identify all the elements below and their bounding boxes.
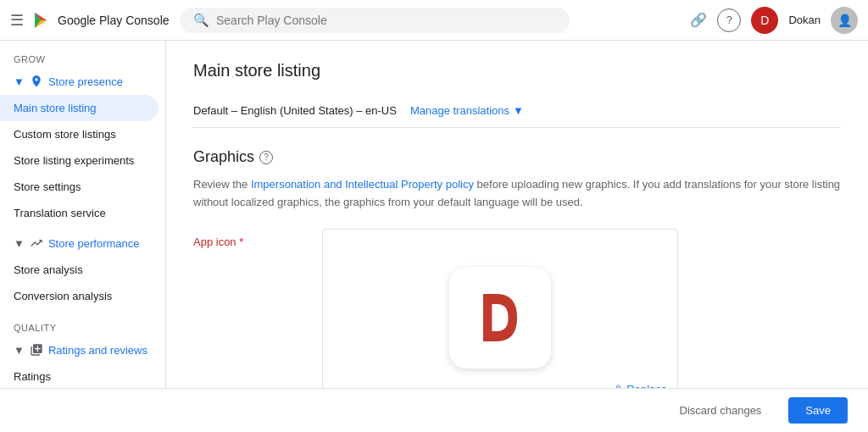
layout: Grow ▼ Store presence Main store listing… bbox=[0, 41, 868, 388]
sidebar: Grow ▼ Store presence Main store listing… bbox=[0, 41, 166, 388]
sidebar-item-translation-service[interactable]: Translation service bbox=[0, 200, 165, 226]
search-icon: 🔍 bbox=[193, 13, 209, 28]
search-input[interactable] bbox=[216, 14, 556, 27]
conversion-analysis-label: Conversion analysis bbox=[14, 290, 112, 302]
manage-translations-label: Manage translations bbox=[410, 104, 509, 117]
policy-text-before: Review the bbox=[193, 178, 251, 191]
app-icon-label: App icon * bbox=[193, 229, 295, 248]
app-icon-section: App icon * bbox=[193, 229, 841, 388]
avatar[interactable]: 👤 bbox=[831, 7, 858, 34]
ratings-icon bbox=[30, 343, 43, 357]
user-name: Dokan bbox=[788, 14, 821, 26]
locale-label: Default – English (United States) – en-U… bbox=[193, 104, 397, 117]
sidebar-item-store-listing-experiments[interactable]: Store listing experiments bbox=[0, 147, 165, 174]
store-performance-label: Store performance bbox=[48, 237, 140, 250]
policy-text: Review the Impersonation and Intellectua… bbox=[193, 176, 841, 212]
replace-button[interactable]: ⇧ Replace bbox=[614, 383, 667, 388]
icon-upload-area[interactable]: ⇧ Replace bbox=[322, 229, 678, 388]
grow-section-title: Grow bbox=[0, 47, 165, 68]
sidebar-item-custom-store-listings[interactable]: Custom store listings bbox=[0, 121, 165, 147]
dokan-d-svg bbox=[466, 284, 534, 352]
help-icon[interactable]: ? bbox=[717, 8, 741, 32]
dropdown-icon: ▼ bbox=[513, 104, 524, 117]
sidebar-item-store-analysis[interactable]: Store analysis bbox=[0, 257, 165, 283]
chevron-icon-ratings: ▼ bbox=[14, 344, 25, 357]
policy-link[interactable]: Impersonation and Intellectual Property … bbox=[251, 178, 474, 191]
page-title: Main store listing bbox=[193, 61, 841, 80]
app-title: Google Play Console bbox=[58, 14, 170, 27]
required-marker: * bbox=[239, 235, 243, 248]
menu-icon[interactable]: ☰ bbox=[10, 11, 24, 30]
store-settings-label: Store settings bbox=[14, 180, 81, 193]
quality-section-title: Quality bbox=[0, 316, 165, 336]
replace-label: Replace bbox=[626, 383, 667, 388]
sidebar-item-store-settings[interactable]: Store settings bbox=[0, 174, 165, 200]
store-analysis-label: Store analysis bbox=[14, 263, 83, 276]
save-button[interactable]: Save bbox=[788, 397, 848, 424]
topbar-right: 🔗 ? D Dokan 👤 bbox=[690, 7, 858, 34]
sidebar-item-store-presence[interactable]: ▼ Store presence bbox=[0, 68, 165, 95]
chevron-icon: ▼ bbox=[14, 75, 25, 88]
store-presence-icon bbox=[30, 75, 43, 88]
topbar: ☰ Google Play Console 🔍 🔗 ? D Dokan 👤 bbox=[0, 0, 868, 41]
upload-icon: ⇧ bbox=[614, 383, 623, 388]
sidebar-item-store-performance[interactable]: ▼ Store performance bbox=[0, 230, 165, 257]
manage-translations-button[interactable]: Manage translations ▼ bbox=[410, 104, 524, 117]
user-badge[interactable]: D bbox=[751, 7, 778, 34]
topbar-left: ☰ Google Play Console bbox=[10, 10, 180, 30]
graphics-section-title: Graphics ? bbox=[193, 148, 841, 166]
play-logo-icon bbox=[31, 10, 51, 30]
content-area: Main store listing Default – English (Un… bbox=[166, 41, 868, 388]
icon-upload-column: ⇧ Replace Your app icon as shown on Goog… bbox=[322, 229, 678, 388]
sidebar-item-ratings[interactable]: Ratings bbox=[0, 363, 165, 388]
store-listing-experiments-label: Store listing experiments bbox=[14, 154, 134, 167]
main-content: Main store listing Default – English (Un… bbox=[166, 41, 868, 388]
translation-service-label: Translation service bbox=[14, 207, 106, 219]
main-store-listing-label: Main store listing bbox=[14, 102, 97, 114]
sidebar-item-ratings-reviews[interactable]: ▼ Ratings and reviews bbox=[0, 336, 165, 363]
graphics-help-icon[interactable]: ? bbox=[259, 151, 273, 164]
store-presence-label: Store presence bbox=[48, 75, 123, 88]
chevron-icon-perf: ▼ bbox=[14, 237, 25, 250]
bottom-bar: Discard changes Save bbox=[0, 388, 868, 432]
ratings-label: Ratings bbox=[14, 370, 51, 383]
custom-store-listings-label: Custom store listings bbox=[14, 128, 116, 141]
link-icon[interactable]: 🔗 bbox=[690, 12, 707, 28]
sidebar-item-conversion-analysis[interactable]: Conversion analysis bbox=[0, 283, 165, 309]
search-bar[interactable]: 🔍 bbox=[180, 8, 570, 33]
locale-bar: Default – English (United States) – en-U… bbox=[193, 94, 841, 128]
trending-icon bbox=[30, 236, 43, 250]
icon-preview bbox=[449, 267, 551, 368]
discard-changes-button[interactable]: Discard changes bbox=[663, 397, 779, 424]
ratings-reviews-label: Ratings and reviews bbox=[48, 344, 147, 357]
sidebar-item-main-store-listing[interactable]: Main store listing bbox=[0, 95, 159, 121]
